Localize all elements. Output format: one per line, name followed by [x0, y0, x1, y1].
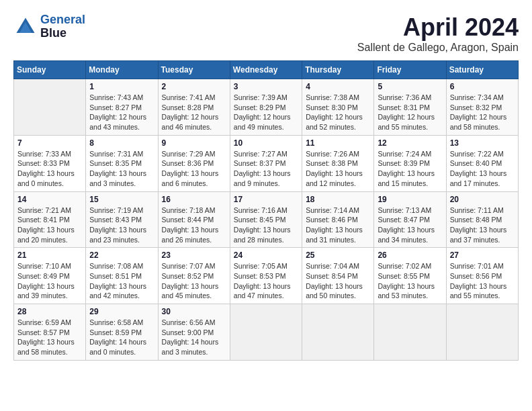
calendar-cell: 9Sunrise: 7:29 AM Sunset: 8:36 PM Daylig…	[158, 135, 230, 191]
day-info: Sunrise: 7:01 AM Sunset: 8:56 PM Dayligh…	[450, 261, 515, 301]
logo-text: General Blue	[40, 13, 85, 40]
day-info: Sunrise: 7:31 AM Sunset: 8:35 PM Dayligh…	[89, 149, 154, 189]
day-number: 1	[89, 82, 154, 91]
day-info: Sunrise: 6:59 AM Sunset: 8:57 PM Dayligh…	[17, 318, 82, 357]
weekday-header-row: SundayMondayTuesdayWednesdayThursdayFrid…	[14, 61, 519, 79]
weekday-header-friday: Friday	[374, 61, 446, 79]
calendar-cell: 15Sunrise: 7:19 AM Sunset: 8:43 PM Dayli…	[86, 191, 158, 248]
day-number: 28	[17, 307, 82, 316]
day-number: 26	[378, 250, 442, 260]
day-number: 16	[162, 195, 226, 204]
day-info: Sunrise: 7:04 AM Sunset: 8:54 PM Dayligh…	[306, 261, 370, 301]
day-number: 19	[378, 195, 442, 204]
day-number: 21	[17, 250, 82, 260]
weekday-header-sunday: Sunday	[14, 61, 86, 79]
day-info: Sunrise: 7:02 AM Sunset: 8:55 PM Dayligh…	[378, 261, 442, 301]
day-number: 25	[306, 250, 370, 260]
weekday-header-tuesday: Tuesday	[158, 61, 230, 79]
calendar-cell: 2Sunrise: 7:41 AM Sunset: 8:28 PM Daylig…	[158, 79, 230, 136]
day-info: Sunrise: 7:26 AM Sunset: 8:38 PM Dayligh…	[306, 149, 370, 189]
day-number: 15	[89, 195, 154, 204]
calendar-cell: 13Sunrise: 7:22 AM Sunset: 8:40 PM Dayli…	[446, 135, 518, 191]
day-info: Sunrise: 7:41 AM Sunset: 8:28 PM Dayligh…	[162, 93, 226, 132]
calendar-cell: 28Sunrise: 6:59 AM Sunset: 8:57 PM Dayli…	[14, 304, 86, 361]
calendar-table: SundayMondayTuesdayWednesdayThursdayFrid…	[13, 60, 519, 361]
calendar-cell: 16Sunrise: 7:18 AM Sunset: 8:44 PM Dayli…	[158, 191, 230, 248]
day-number: 18	[306, 195, 370, 204]
weekday-header-wednesday: Wednesday	[230, 61, 302, 79]
day-info: Sunrise: 7:19 AM Sunset: 8:43 PM Dayligh…	[89, 205, 154, 245]
day-info: Sunrise: 7:38 AM Sunset: 8:30 PM Dayligh…	[306, 93, 370, 132]
day-info: Sunrise: 7:21 AM Sunset: 8:41 PM Dayligh…	[17, 205, 82, 245]
day-info: Sunrise: 7:18 AM Sunset: 8:44 PM Dayligh…	[162, 205, 226, 245]
day-info: Sunrise: 7:08 AM Sunset: 8:51 PM Dayligh…	[89, 261, 154, 301]
calendar-cell: 12Sunrise: 7:24 AM Sunset: 8:39 PM Dayli…	[374, 135, 446, 191]
calendar-cell	[14, 79, 86, 136]
day-number: 10	[234, 138, 298, 148]
week-row-3: 14Sunrise: 7:21 AM Sunset: 8:41 PM Dayli…	[14, 191, 519, 248]
day-number: 3	[234, 82, 298, 91]
day-number: 7	[17, 138, 82, 148]
calendar-cell: 17Sunrise: 7:16 AM Sunset: 8:45 PM Dayli…	[230, 191, 302, 248]
weekday-header-saturday: Saturday	[446, 61, 518, 79]
week-row-2: 7Sunrise: 7:33 AM Sunset: 8:33 PM Daylig…	[14, 135, 519, 191]
day-number: 13	[450, 138, 515, 148]
calendar-cell: 1Sunrise: 7:43 AM Sunset: 8:27 PM Daylig…	[86, 79, 158, 136]
day-info: Sunrise: 7:10 AM Sunset: 8:49 PM Dayligh…	[17, 261, 82, 301]
day-number: 2	[162, 82, 226, 91]
day-info: Sunrise: 7:11 AM Sunset: 8:48 PM Dayligh…	[450, 205, 515, 245]
calendar-cell	[302, 304, 374, 361]
calendar-cell: 18Sunrise: 7:14 AM Sunset: 8:46 PM Dayli…	[302, 191, 374, 248]
day-number: 22	[89, 250, 154, 260]
calendar-cell: 29Sunrise: 6:58 AM Sunset: 8:59 PM Dayli…	[86, 304, 158, 361]
day-info: Sunrise: 7:29 AM Sunset: 8:36 PM Dayligh…	[162, 149, 226, 189]
day-number: 4	[306, 82, 370, 91]
day-info: Sunrise: 7:22 AM Sunset: 8:40 PM Dayligh…	[450, 149, 515, 189]
day-info: Sunrise: 6:58 AM Sunset: 8:59 PM Dayligh…	[89, 318, 154, 357]
calendar-cell: 22Sunrise: 7:08 AM Sunset: 8:51 PM Dayli…	[86, 248, 158, 304]
calendar-cell: 24Sunrise: 7:05 AM Sunset: 8:53 PM Dayli…	[230, 248, 302, 304]
calendar-cell: 4Sunrise: 7:38 AM Sunset: 8:30 PM Daylig…	[302, 79, 374, 136]
calendar-cell	[374, 304, 446, 361]
day-info: Sunrise: 7:16 AM Sunset: 8:45 PM Dayligh…	[234, 205, 298, 245]
calendar-cell: 14Sunrise: 7:21 AM Sunset: 8:41 PM Dayli…	[14, 191, 86, 248]
day-number: 12	[378, 138, 442, 148]
day-number: 14	[17, 195, 82, 204]
header: General Blue April 2024 Sallent de Galle…	[13, 13, 519, 54]
day-info: Sunrise: 7:39 AM Sunset: 8:29 PM Dayligh…	[234, 93, 298, 132]
calendar-cell: 6Sunrise: 7:34 AM Sunset: 8:32 PM Daylig…	[446, 79, 518, 136]
calendar-cell: 5Sunrise: 7:36 AM Sunset: 8:31 PM Daylig…	[374, 79, 446, 136]
title-section: April 2024 Sallent de Gallego, Aragon, S…	[357, 13, 519, 54]
day-number: 23	[162, 250, 226, 260]
day-info: Sunrise: 7:05 AM Sunset: 8:53 PM Dayligh…	[234, 261, 298, 301]
day-info: Sunrise: 7:07 AM Sunset: 8:52 PM Dayligh…	[162, 261, 226, 301]
day-number: 8	[89, 138, 154, 148]
calendar-cell: 20Sunrise: 7:11 AM Sunset: 8:48 PM Dayli…	[446, 191, 518, 248]
calendar-cell: 11Sunrise: 7:26 AM Sunset: 8:38 PM Dayli…	[302, 135, 374, 191]
calendar-cell	[230, 304, 302, 361]
day-info: Sunrise: 7:27 AM Sunset: 8:37 PM Dayligh…	[234, 149, 298, 189]
week-row-5: 28Sunrise: 6:59 AM Sunset: 8:57 PM Dayli…	[14, 304, 519, 361]
calendar-cell: 26Sunrise: 7:02 AM Sunset: 8:55 PM Dayli…	[374, 248, 446, 304]
calendar-cell: 30Sunrise: 6:56 AM Sunset: 9:00 PM Dayli…	[158, 304, 230, 361]
day-info: Sunrise: 7:13 AM Sunset: 8:47 PM Dayligh…	[378, 205, 442, 245]
calendar-cell: 19Sunrise: 7:13 AM Sunset: 8:47 PM Dayli…	[374, 191, 446, 248]
week-row-1: 1Sunrise: 7:43 AM Sunset: 8:27 PM Daylig…	[14, 79, 519, 136]
weekday-header-thursday: Thursday	[302, 61, 374, 79]
day-info: Sunrise: 6:56 AM Sunset: 9:00 PM Dayligh…	[162, 318, 226, 357]
day-number: 17	[234, 195, 298, 204]
day-info: Sunrise: 7:24 AM Sunset: 8:39 PM Dayligh…	[378, 149, 442, 189]
weekday-header-monday: Monday	[86, 61, 158, 79]
calendar-cell: 27Sunrise: 7:01 AM Sunset: 8:56 PM Dayli…	[446, 248, 518, 304]
calendar-title: April 2024	[357, 13, 519, 42]
day-number: 11	[306, 138, 370, 148]
day-number: 27	[450, 250, 515, 260]
day-number: 29	[89, 307, 154, 316]
calendar-cell	[446, 304, 518, 361]
calendar-cell: 3Sunrise: 7:39 AM Sunset: 8:29 PM Daylig…	[230, 79, 302, 136]
calendar-cell: 10Sunrise: 7:27 AM Sunset: 8:37 PM Dayli…	[230, 135, 302, 191]
calendar-cell: 25Sunrise: 7:04 AM Sunset: 8:54 PM Dayli…	[302, 248, 374, 304]
day-info: Sunrise: 7:36 AM Sunset: 8:31 PM Dayligh…	[378, 93, 442, 132]
day-number: 30	[162, 307, 226, 316]
day-info: Sunrise: 7:43 AM Sunset: 8:27 PM Dayligh…	[89, 93, 154, 132]
